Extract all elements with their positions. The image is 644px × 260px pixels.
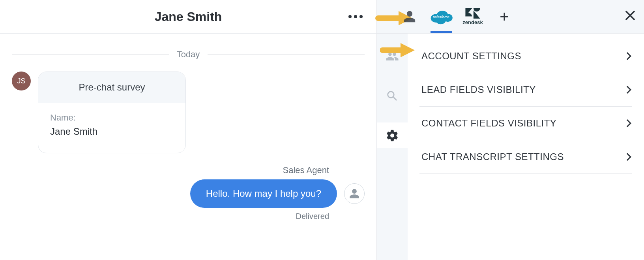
plus-icon: + [500, 9, 509, 24]
side-nav [377, 34, 408, 260]
prechat-survey-card: Pre-chat survey Name: Jane Smith [38, 72, 186, 153]
side-panel-header: salesforce zendesk + [377, 0, 644, 34]
settings-item-transcript[interactable]: CHAT TRANSCRIPT SETTINGS [419, 140, 632, 174]
zendesk-icon [465, 8, 480, 19]
chat-header: Jane Smith [0, 0, 376, 34]
settings-list: ACCOUNT SETTINGS LEAD FIELDS VISIBILITY … [408, 34, 644, 260]
settings-item-label: CHAT TRANSCRIPT SETTINGS [421, 151, 564, 162]
app-tab-zendesk[interactable]: zendesk [461, 4, 485, 29]
survey-name-value: Jane Smith [50, 126, 174, 137]
person-icon [349, 188, 360, 199]
more-icon [348, 15, 363, 18]
settings-item-label: LEAD FIELDS VISIBILITY [421, 84, 536, 95]
zendesk-label: zendesk [462, 19, 483, 25]
agent-avatar [344, 183, 365, 204]
chat-body: Today JS Pre-chat survey Name: Jane Smit… [0, 34, 376, 260]
chevron-right-icon [623, 86, 631, 94]
contact-avatar: JS [12, 72, 31, 90]
svg-text:salesforce: salesforce [433, 15, 449, 19]
date-separator-label: Today [169, 49, 208, 60]
app-tab-salesforce[interactable]: salesforce [429, 4, 453, 29]
settings-item-label: ACCOUNT SETTINGS [421, 51, 521, 62]
nav-settings[interactable] [377, 122, 408, 148]
close-panel-button[interactable] [624, 8, 636, 25]
gear-icon [386, 129, 399, 142]
chevron-right-icon [623, 52, 631, 60]
survey-name-label: Name: [50, 113, 174, 123]
settings-item-label: CONTACT FIELDS VISIBILITY [421, 118, 556, 129]
nav-search[interactable] [377, 83, 408, 109]
chevron-right-icon [623, 119, 631, 127]
outgoing-message-block: Sales Agent Hello. How may I help you? D… [12, 165, 365, 221]
incoming-message-row: JS Pre-chat survey Name: Jane Smith [12, 72, 365, 153]
more-options-button[interactable] [348, 15, 363, 18]
people-icon [386, 50, 399, 63]
agent-name: Sales Agent [283, 165, 329, 175]
contact-name: Jane Smith [155, 9, 222, 24]
settings-item-contact-fields[interactable]: CONTACT FIELDS VISIBILITY [419, 107, 632, 140]
person-icon [403, 10, 416, 23]
add-app-button[interactable]: + [492, 4, 517, 29]
nav-contacts[interactable] [377, 43, 408, 69]
message-status: Delivered [296, 212, 329, 221]
close-icon [624, 9, 636, 21]
chevron-right-icon [623, 153, 631, 161]
date-separator: Today [12, 49, 365, 60]
settings-item-lead-fields[interactable]: LEAD FIELDS VISIBILITY [419, 73, 632, 107]
side-panel: salesforce zendesk + [377, 0, 644, 260]
salesforce-icon: salesforce [429, 8, 453, 25]
chat-panel: Jane Smith Today JS Pre-chat survey Name… [0, 0, 377, 260]
settings-item-account[interactable]: ACCOUNT SETTINGS [419, 40, 632, 73]
search-icon [386, 89, 399, 103]
survey-card-title: Pre-chat survey [38, 72, 185, 103]
agent-message-bubble: Hello. How may I help you? [190, 179, 337, 208]
app-tab-contact[interactable] [397, 4, 422, 29]
